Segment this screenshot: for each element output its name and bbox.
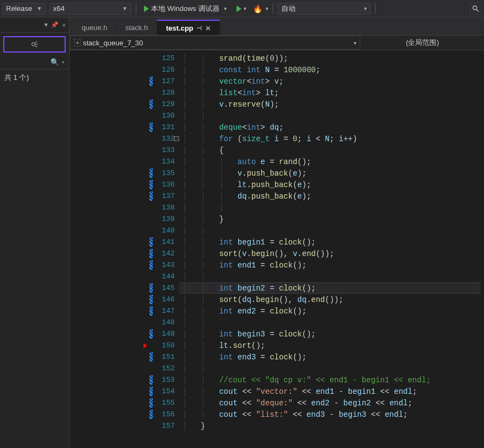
chevron-down-icon: ▾ [364,5,367,11]
code-line[interactable]: │ │ cout << "vector:" << end1 - begin1 <… [182,386,484,397]
close-icon[interactable]: ✕ [62,21,66,28]
token: = [256,261,269,270]
code-line[interactable]: │ │ int end1 = clock(); [182,259,484,271]
gutter-row[interactable]: 133 [70,144,179,156]
gutter-row[interactable]: 151 [70,351,179,363]
token: endl [385,410,404,419]
tab-test-cpp[interactable]: test.cpp ⊣ ✕ [157,20,220,36]
code-line[interactable]: │ │ │ [182,202,484,213]
code-line[interactable]: │ │ } [182,213,484,225]
gutter-row[interactable]: 145 [70,282,179,294]
code-line[interactable]: │ │ vector<int> v; [182,75,484,87]
gutter-row[interactable]: 137 [70,190,179,202]
gutter-row[interactable]: 142 [70,248,179,259]
close-icon[interactable]: ✕ [205,25,211,32]
code-line[interactable]: │ │ │ lt.push_back(e); [182,179,484,190]
breakpoint-icon[interactable] [143,343,147,348]
code-line[interactable]: │ │ cout << "list:" << end3 - begin3 << … [182,409,484,420]
line-number: 125 [153,54,179,62]
token: . [297,249,302,258]
gutter-row[interactable]: 130 [70,110,179,121]
gutter-row[interactable]: 150 [70,340,179,351]
code-line[interactable]: │ │ int end3 = clock(); [182,351,484,363]
pin-icon[interactable]: 📌 [51,21,59,28]
gutter-row[interactable]: 127 [70,75,179,87]
tab-queue-h[interactable]: queue.h [73,20,117,35]
code-line[interactable]: │ │ lt.sort(); [182,340,484,351]
code-line[interactable]: │ │ [182,271,484,282]
code-line[interactable]: │ │ int end2 = clock(); [182,305,484,317]
gutter-row[interactable]: 126 [70,64,179,75]
gutter-row[interactable]: 128 [70,87,179,98]
start-nodebug-button[interactable]: ▾ [233,3,250,15]
code-line[interactable]: │ │ │ dq.push_back(e); [182,190,484,202]
project-scope-dropdown[interactable]: + stack_queue_7_30 ▾ [70,36,360,50]
code-line[interactable]: │ │ [182,363,484,374]
code-line[interactable]: │ │ //cout << "dq cp v:" << end1 - begin… [182,374,484,386]
line-number: 155 [153,399,179,407]
code-line[interactable]: │ │ int begin3 = clock(); [182,328,484,340]
code-line[interactable]: │ │ int begin1 = clock(); [182,236,484,248]
code-line[interactable]: │ │ [182,110,484,121]
platform-dropdown[interactable]: x64 ▼ [49,3,131,15]
fold-toggle[interactable]: − [174,136,179,141]
token: << [238,387,256,396]
token: ; [412,387,417,396]
code-line[interactable]: │ │ cout << "deque:" << end2 - begin2 <<… [182,397,484,409]
code-line[interactable]: │ │ v.reserve(N); [182,98,484,110]
gutter-row[interactable]: 155 [70,397,179,409]
gutter-row[interactable]: 136 [70,179,179,190]
code-line[interactable]: │ │ [182,317,484,328]
gutter[interactable]: 125126127128129130131132−133134135136137… [70,50,179,448]
gutter-row[interactable]: 143 [70,259,179,271]
hot-reload-icon[interactable]: 🔥 [253,4,262,13]
gutter-row[interactable]: 141 [70,236,179,248]
gutter-row[interactable]: 129 [70,98,179,110]
config-dropdown[interactable]: Release ▼ [2,3,46,15]
gutter-row[interactable]: 140 [70,225,179,236]
chevron-down-icon[interactable]: ▼ [44,22,48,28]
code-line[interactable]: │ │ { [182,144,484,156]
code-line[interactable]: │ │ int begin2 = clock(); [179,282,481,294]
gutter-row[interactable]: 153 [70,374,179,386]
side-search[interactable]: 🔍 ▾ [0,56,69,69]
token: srand [219,54,242,63]
gutter-row[interactable]: 148 [70,317,179,328]
gutter-row[interactable]: 125 [70,53,179,64]
code-line[interactable]: │ │ deque<int> dq; [182,121,484,133]
pin-icon[interactable]: ⊣ [197,25,202,32]
code-line[interactable]: │ │ list<int> lt; [182,87,484,98]
global-scope-dropdown[interactable]: (全局范围) [361,38,484,48]
code-line[interactable]: │ │ srand(time(0)); [182,53,484,64]
tab-stack-h[interactable]: stack.h [117,20,157,35]
gutter-row[interactable]: 146 [70,294,179,305]
selected-tool[interactable] [3,36,66,53]
token: = [256,353,269,362]
gutter-row[interactable]: 139 [70,213,179,225]
code-lines[interactable]: │ │ srand(time(0));│ │ const int N = 100… [179,50,484,448]
code-line[interactable]: │ │ const int N = 1000000; [182,64,484,75]
gutter-row[interactable]: 152 [70,363,179,374]
gutter-row[interactable]: 134 [70,156,179,167]
gutter-row[interactable]: 156 [70,409,179,420]
code-line[interactable]: │ │ sort(v.begin(), v.end()); [182,248,484,259]
auto-dropdown[interactable]: 自动 ▾ [278,3,371,15]
gutter-row[interactable]: 132− [70,133,179,144]
gutter-row[interactable]: 154 [70,386,179,397]
gutter-row[interactable]: 149 [70,328,179,340]
code-line[interactable]: │ │ │ v.push_back(e); [182,167,484,179]
gutter-row[interactable]: 135 [70,167,179,179]
find-button[interactable] [470,3,482,15]
gutter-row[interactable]: 131 [70,121,179,133]
code-line[interactable]: │ │ sort(dq.begin(), dq.end()); [182,294,484,305]
start-debug-button[interactable]: 本地 Windows 调试器 ▾ [141,3,230,15]
code-line[interactable]: │ │ [182,225,484,236]
gutter-row[interactable]: 138 [70,202,179,213]
gutter-row[interactable]: 144 [70,271,179,282]
gutter-row[interactable]: 147 [70,305,179,317]
code-line[interactable]: │ │ │ auto e = rand(); [182,156,484,167]
gutter-row[interactable]: 157 [70,420,179,432]
token: << [288,410,307,419]
code-line[interactable]: │ } [182,420,484,432]
code-line[interactable]: │ │ for (size_t i = 0; i < N; i++) [182,133,484,144]
